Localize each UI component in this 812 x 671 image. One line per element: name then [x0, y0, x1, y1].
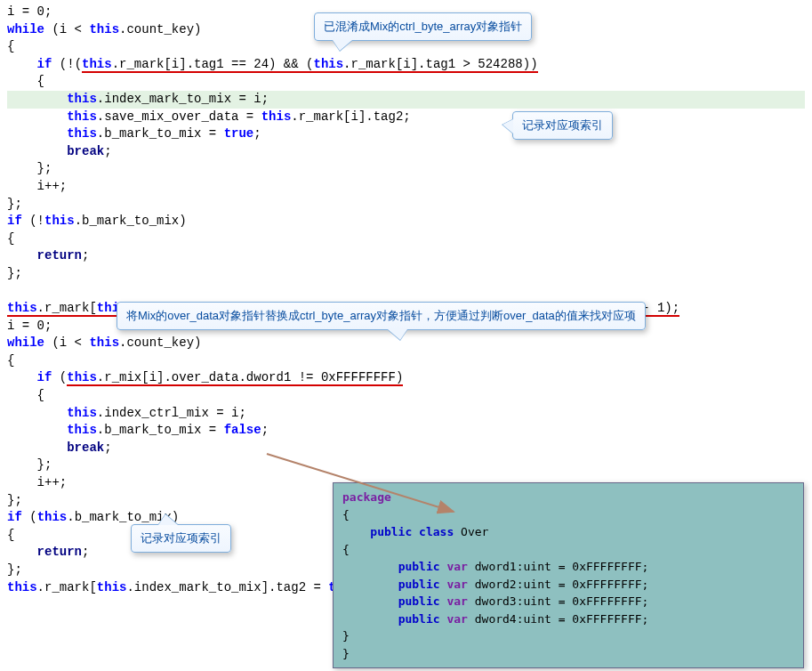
callout-2: 记录对应项索引: [512, 111, 613, 140]
overlay-class-box: package { public class Over { public var…: [333, 482, 804, 668]
highlighted-line: this.index_mark_to_mix = i;: [7, 91, 805, 109]
callout-1: 已混淆成Mix的ctrl_byte_array对象指针: [314, 12, 532, 41]
callout-3: 将Mix的over_data对象指针替换成ctrl_byte_array对象指针…: [117, 302, 646, 330]
callout-4: 记录对应项索引: [131, 524, 231, 553]
